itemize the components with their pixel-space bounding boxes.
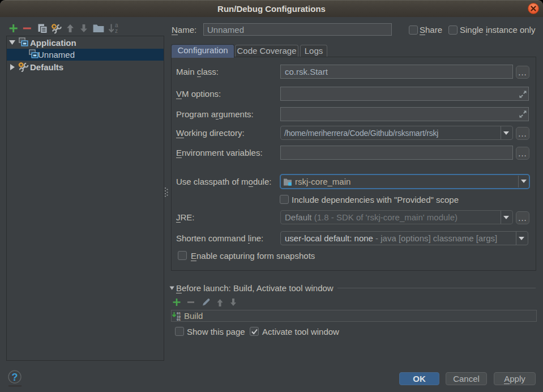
svg-text:?: ? (12, 372, 18, 383)
svg-text:z: z (115, 28, 118, 34)
svg-text:01: 01 (177, 318, 181, 321)
